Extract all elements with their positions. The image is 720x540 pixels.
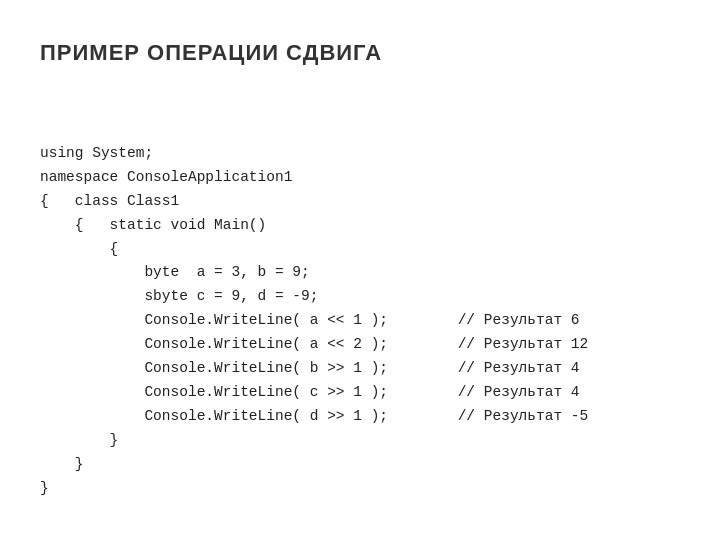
code-line: namespace ConsoleApplication1 <box>40 166 680 190</box>
code-line: Console.WriteLine( d >> 1 ); // Результа… <box>40 405 680 429</box>
code-line: Console.WriteLine( c >> 1 ); // Результа… <box>40 381 680 405</box>
code-line: Console.WriteLine( b >> 1 ); // Результа… <box>40 357 680 381</box>
code-block: using System;namespace ConsoleApplicatio… <box>40 94 680 501</box>
code-line: sbyte c = 9, d = -9; <box>40 285 680 309</box>
code-line: } <box>40 477 680 501</box>
slide-container: ПРИМЕР ОПЕРАЦИИ СДВИГА using System;name… <box>0 0 720 540</box>
code-line: } <box>40 453 680 477</box>
code-line: } <box>40 429 680 453</box>
slide-title: ПРИМЕР ОПЕРАЦИИ СДВИГА <box>40 40 680 66</box>
code-line: Console.WriteLine( a << 2 ); // Результа… <box>40 333 680 357</box>
code-line: { static void Main() <box>40 214 680 238</box>
code-line: byte a = 3, b = 9; <box>40 261 680 285</box>
code-line: { <box>40 238 680 262</box>
code-line: Console.WriteLine( a << 1 ); // Результа… <box>40 309 680 333</box>
code-line: using System; <box>40 142 680 166</box>
code-line: { class Class1 <box>40 190 680 214</box>
